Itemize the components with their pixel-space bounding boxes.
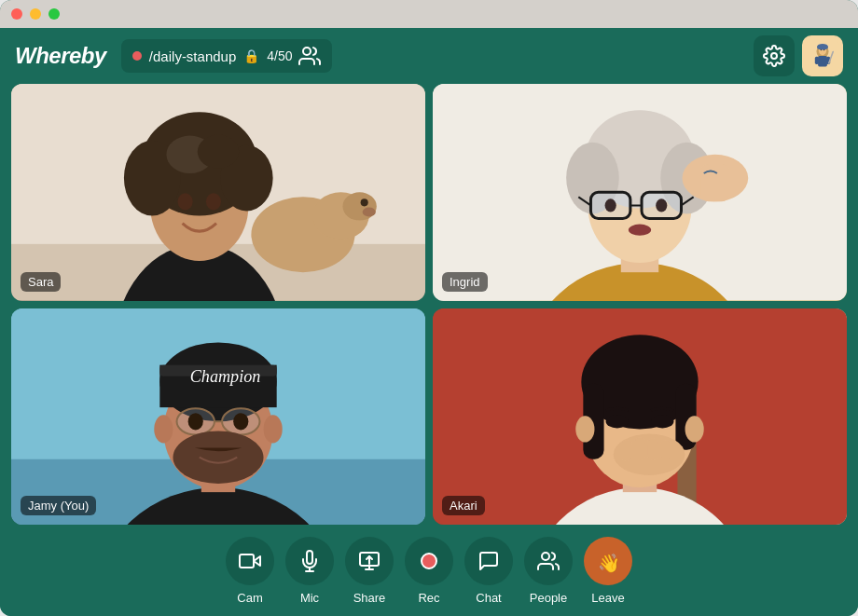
svg-point-71 <box>606 415 629 428</box>
cam-control[interactable]: Cam <box>226 537 274 605</box>
svg-point-58 <box>188 413 203 430</box>
people-label: People <box>530 591 567 605</box>
svg-point-0 <box>303 48 311 55</box>
svg-point-81 <box>685 416 704 442</box>
participant-count: 4/50 <box>267 45 320 67</box>
rec-button[interactable] <box>405 537 453 585</box>
svg-point-80 <box>575 416 594 442</box>
chat-button[interactable] <box>464 537 513 585</box>
cam-button[interactable] <box>226 537 274 585</box>
svg-rect-4 <box>818 56 827 66</box>
participant-label-jamy: Jamy (You) <box>21 496 96 515</box>
svg-point-28 <box>363 207 376 216</box>
share-button[interactable] <box>345 537 394 585</box>
svg-point-59 <box>233 413 248 430</box>
rec-label: Rec <box>418 591 439 605</box>
live-indicator <box>132 51 142 61</box>
participant-label-akari: Akari <box>442 496 485 515</box>
participant-label-ingrid: Ingrid <box>442 272 488 292</box>
mic-label: Mic <box>300 591 319 605</box>
svg-point-62 <box>264 415 283 443</box>
maximize-button[interactable] <box>48 8 60 20</box>
whereby-logo: Whereby <box>15 43 106 69</box>
leave-label: Leave <box>591 591 624 605</box>
settings-button[interactable] <box>754 35 795 76</box>
svg-text:👋: 👋 <box>598 551 620 572</box>
svg-point-1 <box>771 53 777 59</box>
close-button[interactable] <box>11 8 22 20</box>
svg-point-23 <box>206 193 221 210</box>
chat-control[interactable]: Chat <box>464 537 513 605</box>
svg-text:Champion: Champion <box>190 366 261 385</box>
video-tile-ingrid: Ingrid <box>433 84 847 301</box>
svg-point-72 <box>651 415 673 428</box>
svg-rect-83 <box>240 554 254 568</box>
video-tile-akari: Akari <box>433 308 847 526</box>
svg-rect-5 <box>815 57 819 64</box>
svg-point-90 <box>542 553 549 560</box>
room-name: /daily-standup <box>149 48 236 64</box>
share-label: Share <box>353 591 386 605</box>
svg-point-22 <box>178 193 193 210</box>
participant-label-sara: Sara <box>21 272 61 292</box>
app-window: Whereby /daily-standup 🔒 4/50 <box>0 0 858 616</box>
svg-point-41 <box>605 198 616 212</box>
svg-marker-82 <box>254 556 260 566</box>
cam-label: Cam <box>237 591 262 605</box>
people-header-icon <box>298 45 321 67</box>
title-bar <box>0 0 858 28</box>
rec-indicator <box>421 553 437 569</box>
svg-rect-79 <box>660 440 671 459</box>
svg-point-43 <box>629 225 651 236</box>
leave-control[interactable]: 👋 Leave <box>584 537 632 605</box>
chat-label: Chat <box>476 591 501 605</box>
svg-rect-11 <box>817 46 827 49</box>
svg-rect-78 <box>647 438 658 459</box>
svg-point-60 <box>173 431 263 484</box>
room-badge[interactable]: /daily-standup 🔒 4/50 <box>121 39 332 73</box>
header: Whereby /daily-standup 🔒 4/50 <box>0 28 858 84</box>
leave-button[interactable]: 👋 <box>584 537 632 585</box>
share-control[interactable]: Share <box>345 537 394 605</box>
lock-icon: 🔒 <box>243 48 259 63</box>
svg-point-27 <box>361 198 368 206</box>
mic-button[interactable] <box>285 537 334 585</box>
svg-rect-45 <box>701 164 729 201</box>
people-button[interactable] <box>524 537 573 585</box>
video-tile-sara: Sara <box>11 84 425 301</box>
svg-point-61 <box>154 415 173 443</box>
svg-point-21 <box>198 135 239 169</box>
minimize-button[interactable] <box>30 8 41 20</box>
rec-control[interactable]: Rec <box>405 537 453 605</box>
video-tile-jamy: Champion <box>11 308 425 526</box>
app-content: Whereby /daily-standup 🔒 4/50 <box>0 28 858 616</box>
video-grid: Sara <box>0 84 858 532</box>
mic-control[interactable]: Mic <box>285 537 334 605</box>
svg-rect-76 <box>621 440 632 460</box>
people-control[interactable]: People <box>524 537 573 605</box>
svg-point-42 <box>656 198 667 212</box>
user-avatar[interactable] <box>802 35 843 76</box>
controls-bar: Cam Mic <box>0 532 858 616</box>
svg-rect-77 <box>634 437 645 459</box>
